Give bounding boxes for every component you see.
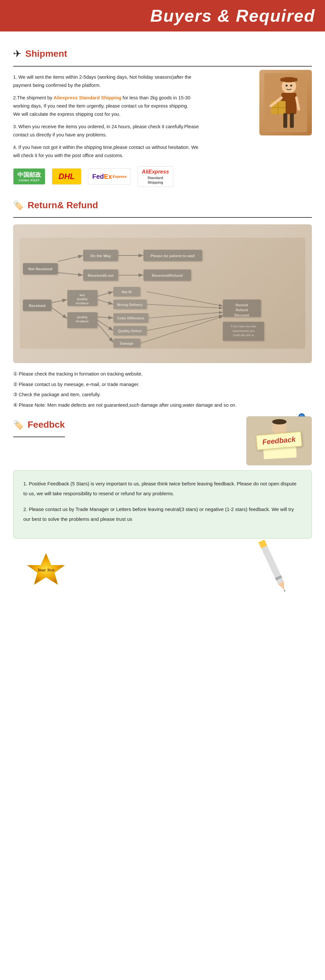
flowchart-bg bbox=[13, 224, 312, 363]
feedback-icon: 🏷️ bbox=[13, 420, 24, 430]
star-badge-svg: Your Text bbox=[20, 552, 72, 585]
carrier-fedex: FedEx Express bbox=[88, 168, 131, 185]
note-1: ① Please check the tracking in formation… bbox=[13, 370, 312, 379]
return-refund-section-title: 🏷️ Return& Refund bbox=[13, 200, 312, 210]
svg-rect-9 bbox=[290, 113, 294, 128]
svg-point-12 bbox=[286, 84, 288, 87]
aliexpress-highlight: Aliexpress Standard Shipping bbox=[53, 95, 121, 100]
main-content: ✈ Shipment bbox=[0, 32, 325, 605]
flowchart-container: Not Received On the Way Please be patien… bbox=[13, 224, 312, 363]
feedback-section: 🏷️ Feedbck bbox=[13, 416, 312, 595]
shipment-para1: 1. We will sent the items within 2-5days… bbox=[13, 73, 203, 89]
feedback-title: Feedbck bbox=[27, 420, 65, 430]
delivery-image bbox=[259, 70, 312, 135]
page-header: Buyers & Required bbox=[0, 0, 325, 32]
return-refund-title: Return& Refund bbox=[27, 200, 98, 210]
pencil-decoration bbox=[259, 535, 286, 595]
page-title: Buyers & Required bbox=[10, 6, 315, 25]
tag-icon: 🏷️ bbox=[13, 200, 24, 210]
svg-text:Your Text: Your Text bbox=[37, 567, 54, 572]
shipment-section-title: ✈ Shipment bbox=[13, 48, 312, 59]
feedback-header: 🏷️ Feedbck bbox=[13, 416, 312, 465]
your-text-star: Your Text bbox=[20, 552, 72, 585]
shipment-para4: 4. If you have not got it within the shi… bbox=[13, 143, 203, 159]
note-3: ③ Check the package and Item, carefully. bbox=[13, 390, 312, 399]
courier-figure-svg bbox=[264, 73, 307, 132]
shipment-divider bbox=[13, 66, 312, 67]
carrier-logos: 中国邮政 CHINA POST DHL FedEx Express AliExp… bbox=[13, 166, 312, 187]
return-divider bbox=[13, 217, 312, 218]
notes-list: ① Please check the tracking in formation… bbox=[13, 370, 312, 410]
plane-icon: ✈ bbox=[13, 48, 21, 59]
carrier-dhl: DHL bbox=[52, 168, 82, 185]
svg-point-74 bbox=[272, 419, 287, 425]
feedback-section-title: 🏷️ Feedbck bbox=[13, 420, 65, 430]
feedback-box: 1. Positive Feedback (5 Stars) is very i… bbox=[13, 470, 312, 539]
feedback-title-group: 🏷️ Feedbck bbox=[13, 416, 65, 444]
shipment-wrapper: 1. We will sent the items within 2-5days… bbox=[13, 73, 312, 187]
note-4: ④ Please Note: Men made defects are not … bbox=[13, 401, 312, 410]
shipment-para3: 3. When you receive the items you ordere… bbox=[13, 123, 203, 139]
shipment-text: 1. We will sent the items within 2-5days… bbox=[13, 73, 203, 160]
carrier-aliexpress: AliExpress Standard Shipping bbox=[138, 166, 173, 187]
feedback-divider bbox=[13, 436, 65, 437]
svg-rect-8 bbox=[283, 113, 287, 128]
svg-point-13 bbox=[290, 84, 292, 87]
feedback-para1: 1. Positive Feedback (5 Stars) is very i… bbox=[23, 479, 302, 498]
note-2: ② Please contact us by meesage, e-mail, … bbox=[13, 380, 312, 389]
pencil-svg bbox=[248, 533, 297, 597]
svg-line-83 bbox=[284, 590, 285, 592]
bottom-decoration: Your Text bbox=[13, 542, 312, 595]
svg-rect-11 bbox=[280, 78, 298, 81]
feedback-para2: 2. Please contact us by Trade Manager or… bbox=[23, 504, 302, 524]
shipment-title: Shipment bbox=[25, 49, 67, 59]
feedback-image-badge: Feedback bbox=[246, 416, 312, 465]
shipment-para2: 2.The shipment by Aliexpress Standard Sh… bbox=[13, 94, 203, 118]
carrier-chinapost: 中国邮政 CHINA POST bbox=[13, 168, 45, 185]
